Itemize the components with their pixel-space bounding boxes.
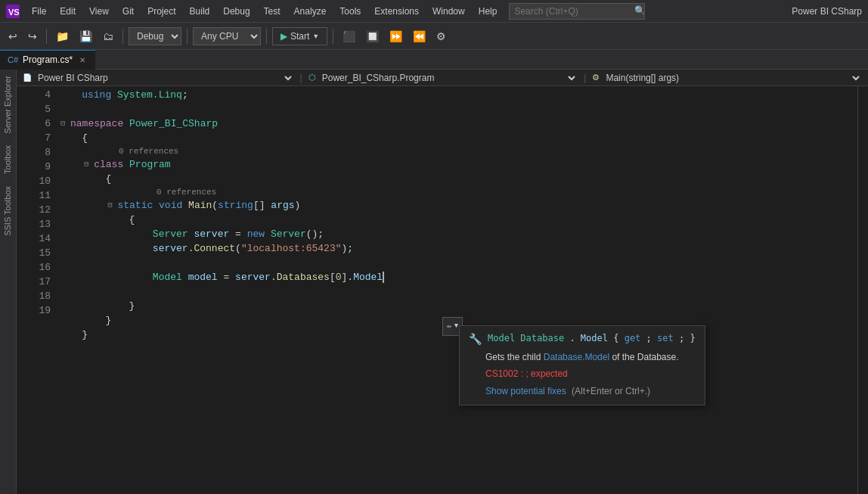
autocomplete-fix[interactable]: Show potential fixes (Alt+Enter or Ctrl+…	[469, 384, 696, 399]
prop-model: Model	[353, 270, 383, 284]
autocomplete-title: Model Database . Model { get ; set ; }	[488, 332, 696, 345]
code-line-15: Model model = server . Databases [ 0 ]. …	[58, 270, 857, 284]
ref-main: 0 references	[58, 186, 857, 198]
menu-debug[interactable]: Debug	[217, 3, 256, 20]
code-line-8: ⊟ class Program	[58, 157, 857, 172]
kw-using: using	[82, 88, 111, 102]
toolbar-sep-5	[333, 29, 333, 44]
code-content[interactable]: using System.Linq ; ⊟ namespace Power_BI…	[58, 86, 857, 494]
line-num-8: 8	[17, 145, 51, 160]
type-server2: Server	[271, 227, 306, 241]
menu-view[interactable]: View	[83, 3, 115, 20]
menu-help[interactable]: Help	[473, 3, 504, 20]
line-num-14: 14	[17, 231, 51, 246]
toolbar-undo-btn[interactable]: ↩	[5, 28, 21, 45]
line-num-19: 19	[17, 303, 51, 318]
play-icon: ▶	[281, 31, 287, 42]
vertical-scrollbar[interactable]	[857, 86, 868, 494]
var-server2: server	[153, 241, 188, 256]
toolbar-open-btn[interactable]: 📁	[52, 28, 73, 45]
toolbar-redo-btn[interactable]: ↪	[24, 28, 41, 45]
toolbar-extra-btn1[interactable]: ⬛	[339, 28, 359, 45]
ns-system-linq: System.Linq	[117, 88, 182, 102]
pencil-icon: ✏	[447, 319, 452, 334]
ssis-toolbox-panel[interactable]: SSIS Toolbox	[0, 180, 16, 242]
menu-tools[interactable]: Tools	[333, 3, 367, 20]
file-icon: 📄	[23, 73, 32, 82]
line-num-7: 7	[17, 131, 51, 145]
server-explorer-panel[interactable]: Server Explorer	[0, 70, 16, 139]
menu-file[interactable]: File	[26, 3, 52, 20]
start-debug-button[interactable]: ▶ Start ▼	[272, 27, 327, 45]
type-model: Model	[153, 270, 182, 284]
file-info-bar: 📄 Power BI CSharp | ⬡ Power_BI_CSharp.Pr…	[17, 70, 868, 86]
tab-program-cs[interactable]: C# Program.cs* ✕	[0, 50, 95, 70]
kw-static: static	[117, 198, 153, 213]
debug-config-dropdown[interactable]: Debug	[129, 27, 181, 45]
autocomplete-link[interactable]: Database.Model	[544, 352, 609, 362]
start-dropdown-icon: ▼	[312, 33, 319, 40]
kw-void: void	[159, 198, 182, 213]
code-line-16	[58, 284, 857, 299]
menu-project[interactable]: Project	[141, 3, 181, 20]
info-sep-1: |	[300, 73, 302, 83]
toolbar: ↩ ↪ 📁 💾 🗂 Debug Any CPU ▶ Start ▼ ⬛ 🔲 ⏩ …	[0, 23, 868, 50]
project-dropdown[interactable]: Power BI CSharp	[35, 72, 294, 84]
line-num-17: 17	[17, 275, 51, 289]
app-title: Power BI CSharp	[792, 6, 862, 17]
toolbar-saveall-btn[interactable]: 🗂	[99, 28, 117, 45]
collapse-btn-8[interactable]: ⊟	[82, 157, 91, 172]
code-editor[interactable]: 4 5 6 7 8 9 10 11 12 13 14 15 16 17 18 1…	[17, 86, 868, 494]
kw-new: new	[247, 227, 265, 241]
global-search-input[interactable]	[509, 3, 645, 20]
title-bar-left: VS File Edit View Git Project Build Debu…	[6, 3, 646, 20]
tab-close-btn[interactable]: ✕	[77, 55, 88, 65]
autocomplete-desc: Gets the child Database.Model of the Dat…	[469, 351, 696, 364]
class-icon: ⬡	[308, 73, 316, 82]
line-num-13: 13	[17, 217, 51, 231]
code-line-10: ⊟ static void Main ( string [] args )	[58, 198, 857, 213]
class-program: Program	[129, 157, 171, 172]
method-connect: Connect	[194, 241, 235, 256]
collapse-btn-10[interactable]: ⊟	[105, 198, 114, 213]
info-sep-2: |	[584, 73, 586, 83]
menu-window[interactable]: Window	[426, 3, 471, 20]
line-num-6: 6	[17, 117, 51, 131]
code-line-13: server . Connect ( "localhost:65423" );	[58, 241, 857, 256]
var-server: server	[194, 227, 229, 241]
toolbar-extra-btn4[interactable]: ⏪	[409, 28, 429, 45]
menu-analyze[interactable]: Analyze	[288, 3, 333, 20]
kw-string: string	[218, 198, 253, 213]
member-icon: ⚙	[592, 73, 600, 82]
toolbar-extra-btn3[interactable]: ⏩	[386, 28, 406, 45]
editor-container: 📄 Power BI CSharp | ⬡ Power_BI_CSharp.Pr…	[17, 70, 868, 494]
menu-extensions[interactable]: Extensions	[368, 3, 425, 20]
menu-build[interactable]: Build	[184, 3, 216, 20]
start-label: Start	[290, 31, 309, 42]
prop-databases: Databases	[277, 270, 330, 284]
line-num-4: 4	[17, 88, 51, 102]
menu-edit[interactable]: Edit	[54, 3, 82, 20]
toolbar-sep-4	[266, 29, 267, 44]
code-line-5	[58, 102, 857, 117]
kw-class: class	[94, 157, 123, 172]
class-dropdown[interactable]: Power_BI_CSharp.Program	[319, 72, 578, 84]
code-line-4: using System.Linq ;	[58, 88, 857, 102]
toolbar-save-btn[interactable]: 💾	[76, 28, 96, 45]
toolbox-panel[interactable]: Toolbox	[0, 139, 16, 180]
tab-bar: C# Program.cs* ✕	[0, 50, 868, 70]
tab-program-cs-label: Program.cs*	[23, 54, 73, 65]
line-num-11: 11	[17, 188, 51, 203]
code-line-12: Server server = new Server ();	[58, 227, 857, 241]
collapse-btn-6[interactable]: ⊟	[58, 117, 67, 131]
fix-text: Show potential fixes	[485, 386, 566, 396]
menu-test[interactable]: Test	[258, 3, 287, 20]
toolbar-extra-btn2[interactable]: 🔲	[362, 28, 383, 45]
menu-git[interactable]: Git	[116, 3, 140, 20]
cpu-platform-dropdown[interactable]: Any CPU	[193, 27, 261, 45]
line-num-9: 9	[17, 160, 51, 174]
member-dropdown[interactable]: Main(string[] args)	[603, 72, 862, 84]
toolbar-extra-btn5[interactable]: ⚙	[432, 28, 450, 45]
line-num-12: 12	[17, 203, 51, 217]
kw-namespace: namespace	[70, 117, 123, 131]
